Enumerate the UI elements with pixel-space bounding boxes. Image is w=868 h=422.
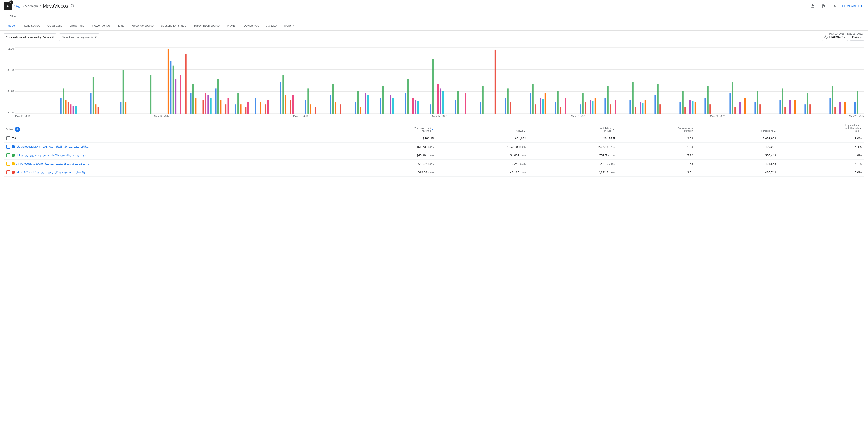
total-avgduration: 3:08 — [618, 134, 696, 143]
table-row: مایا Autodesk Maya - تقديم لدورة المايا … — [4, 143, 864, 151]
svg-rect-26 — [580, 104, 581, 113]
date-range-picker[interactable]: May 10, 2016 – May 23, 2022 Lifetime — [829, 32, 863, 39]
tab-traffic-source[interactable]: Traffic source — [19, 21, 44, 30]
svg-rect-74 — [195, 98, 196, 113]
row-video-cell-2: All Autodesk software - برامج أوتوديسك م… — [4, 160, 342, 168]
svg-rect-87 — [795, 100, 796, 113]
filter-label[interactable]: Filter — [10, 15, 16, 18]
row-checkbox-2[interactable] — [6, 162, 10, 166]
col-header-revenue[interactable]: Your estimatedrevenue ▼ — [342, 122, 436, 134]
channel-name: MayaVideos — [43, 3, 68, 9]
svg-rect-93 — [225, 104, 227, 113]
total-label: Total — [4, 134, 342, 143]
svg-rect-38 — [63, 88, 64, 113]
svg-rect-82 — [545, 93, 546, 113]
tab-viewer-gender[interactable]: Viewer gender — [88, 21, 115, 30]
svg-rect-127 — [175, 79, 177, 113]
svg-rect-77 — [260, 102, 261, 113]
col-header-watchtime[interactable]: Watch time(hours) ▲ — [529, 122, 618, 134]
svg-rect-83 — [595, 98, 596, 113]
tab-ad-type[interactable]: Ad type — [263, 21, 280, 30]
tab-subscription-source[interactable]: Subscription source — [190, 21, 223, 30]
row-views-2: 43,240 6.3% — [436, 160, 529, 168]
tabs-bar: Video Traffic source Geography Viewer ag… — [0, 21, 868, 31]
tab-more[interactable]: More — [280, 21, 299, 30]
svg-rect-10 — [190, 93, 192, 113]
svg-rect-110 — [760, 104, 761, 113]
col-header-ctr[interactable]: Impressionsclick-throughrate ▲ — [779, 122, 864, 134]
row-checkbox-1[interactable] — [6, 154, 10, 157]
tab-revenue-source[interactable]: Revenue source — [128, 21, 157, 30]
total-checkbox[interactable] — [6, 136, 10, 140]
flag-button[interactable] — [820, 2, 828, 10]
row-views-0: 105,139 15.2% — [436, 143, 529, 151]
row-video-link-1[interactable]: مایا - اول مشروع لك، والتعرف على الخطوات… — [17, 154, 90, 157]
top-bar: ▶ 57 الريشة / Video group MayaVideos — [0, 0, 868, 12]
compare-to-button[interactable]: COMPARE TO... — [842, 4, 864, 8]
col-header-impressions[interactable]: Impressions ▲ — [696, 122, 779, 134]
row-checkbox-3[interactable] — [6, 170, 10, 174]
tab-subscription-status[interactable]: Subscription status — [157, 21, 190, 30]
tab-device-type[interactable]: Device type — [240, 21, 263, 30]
tab-playlist[interactable]: Playlist — [223, 21, 240, 30]
svg-rect-143 — [392, 98, 394, 113]
x-label-3: May 17, 2019 — [432, 115, 447, 118]
svg-rect-25 — [555, 102, 556, 113]
close-button[interactable] — [831, 2, 838, 10]
top-bar-right: COMPARE TO... — [809, 2, 864, 10]
svg-rect-48 — [332, 84, 334, 113]
row-watchtime-2: 1,421.9 3.9% — [529, 160, 618, 168]
svg-rect-125 — [615, 100, 616, 113]
svg-rect-30 — [679, 102, 681, 113]
row-ctr-1: 4.8% — [779, 151, 864, 160]
svg-rect-106 — [659, 104, 661, 113]
row-avgduration-1: 5:12 — [618, 151, 696, 160]
svg-rect-97 — [315, 107, 316, 113]
secondary-metric-dropdown[interactable]: Select secondary metric ▾ — [59, 33, 99, 41]
primary-metric-dropdown[interactable]: Your estimated revenue by: Video ▾ — [4, 33, 56, 41]
x-label-0: May 10, 2016 — [15, 115, 30, 118]
svg-rect-33 — [754, 102, 756, 113]
col-header-views[interactable]: Views ▲ — [436, 122, 529, 134]
row-checkbox-0[interactable] — [6, 145, 10, 149]
svg-rect-51 — [407, 79, 409, 113]
svg-rect-12 — [235, 104, 237, 113]
svg-rect-132 — [440, 88, 441, 113]
secondary-metric-chevron: ▾ — [95, 35, 97, 39]
svg-rect-142 — [367, 95, 369, 113]
breadcrumb-root[interactable]: الريشة — [14, 4, 23, 8]
search-button[interactable] — [69, 3, 75, 9]
col-watchtime-label: Watch time(hours) — [600, 127, 612, 132]
svg-rect-52 — [432, 59, 434, 113]
row-ctr-3: 5.0% — [779, 168, 864, 176]
tab-video[interactable]: Video — [4, 21, 19, 30]
x-label-4: May 18, 2020 — [571, 115, 586, 118]
row-revenue-2: $21.92 5.6% — [342, 160, 436, 168]
row-video-link-2[interactable]: All Autodesk software - برامج أوتوديسك م… — [17, 162, 90, 165]
x-label-2: May 15, 2018 — [293, 115, 308, 118]
col-avgduration-label: Average viewduration — [678, 127, 693, 132]
tab-geography[interactable]: Geography — [44, 21, 66, 30]
row-revenue-0: $51.73 13.2% — [342, 143, 436, 151]
tab-date[interactable]: Date — [115, 21, 128, 30]
row-video-link-0[interactable]: مایا Autodesk Maya - تقديم لدورة المايا … — [17, 145, 90, 149]
add-metric-button[interactable]: + — [15, 127, 20, 132]
download-button[interactable] — [809, 2, 816, 10]
row-video-link-3[interactable]: Maya 2017 - مايا - واجهة المايا و6 عمليا… — [17, 171, 90, 174]
svg-rect-89 — [68, 102, 69, 113]
svg-rect-96 — [290, 100, 291, 113]
date-range-dates: May 10, 2016 – May 23, 2022 — [829, 32, 863, 35]
tab-viewer-age[interactable]: Viewer age — [66, 21, 88, 30]
svg-rect-71 — [95, 104, 97, 113]
svg-rect-20 — [430, 104, 431, 113]
svg-rect-99 — [495, 50, 496, 113]
svg-rect-124 — [565, 98, 566, 113]
channel-icon-symbol: ▶ — [7, 4, 9, 8]
svg-rect-113 — [834, 107, 836, 113]
row-avgduration-2: 1:58 — [618, 160, 696, 168]
svg-rect-64 — [732, 82, 734, 113]
primary-metric-label: Your estimated revenue by: Video — [6, 35, 51, 39]
svg-rect-7 — [90, 93, 92, 113]
y-label-3: $0.00 — [4, 111, 14, 114]
row-color-dot-0 — [12, 145, 15, 148]
